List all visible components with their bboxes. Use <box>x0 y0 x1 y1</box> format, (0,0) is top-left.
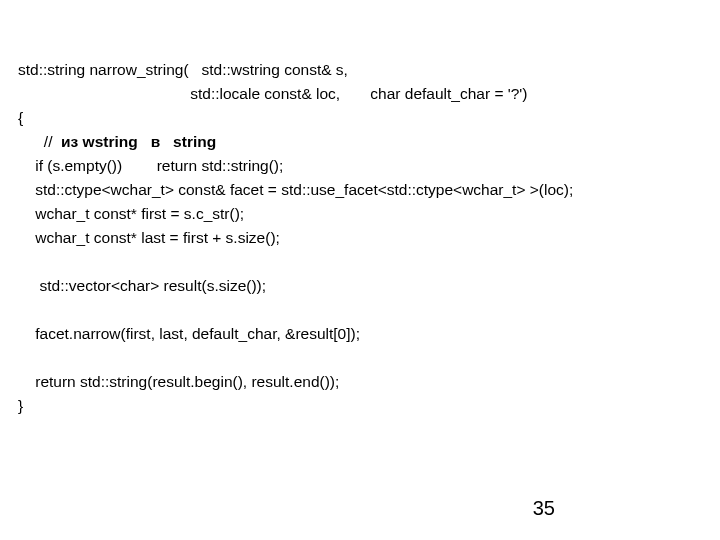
code-line: { <box>18 106 702 130</box>
page-number: 35 <box>533 497 555 520</box>
blank-line <box>18 250 702 274</box>
code-line: wchar_t const* last = first + s.size(); <box>18 226 702 250</box>
comment-bold: из wstring в string <box>61 133 216 150</box>
comment-prefix: // <box>18 133 61 150</box>
code-block: std::string narrow_string( std::wstring … <box>18 58 702 418</box>
code-comment-line: // из wstring в string <box>18 130 702 154</box>
code-line: std::ctype<wchar_t> const& facet = std::… <box>18 178 702 202</box>
code-line: return std::string(result.begin(), resul… <box>18 370 702 394</box>
code-line: facet.narrow(first, last, default_char, … <box>18 322 702 346</box>
code-line: } <box>18 394 702 418</box>
code-line: std::string narrow_string( std::wstring … <box>18 58 702 82</box>
code-line: if (s.empty()) return std::string(); <box>18 154 702 178</box>
code-line: std::vector<char> result(s.size()); <box>18 274 702 298</box>
blank-line <box>18 298 702 322</box>
blank-line <box>18 346 702 370</box>
code-line: wchar_t const* first = s.c_str(); <box>18 202 702 226</box>
code-line: std::locale const& loc, char default_cha… <box>18 82 702 106</box>
